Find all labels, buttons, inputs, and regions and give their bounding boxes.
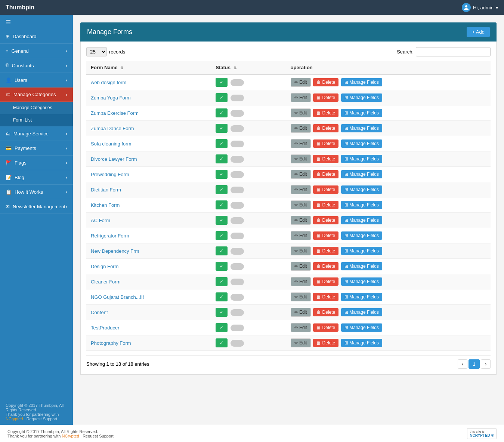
- status-badge[interactable]: ✓: [216, 231, 228, 240]
- edit-button[interactable]: ✏ Edit: [291, 338, 311, 347]
- status-toggle[interactable]: [231, 340, 244, 347]
- sidebar-item-flags[interactable]: 🚩 Flags: [0, 156, 73, 170]
- edit-button[interactable]: ✏ Edit: [291, 200, 311, 209]
- status-badge[interactable]: ✓: [216, 292, 228, 301]
- page-1-button[interactable]: 1: [469, 359, 479, 369]
- edit-button[interactable]: ✏ Edit: [291, 170, 311, 179]
- manage-fields-button[interactable]: ⊞ Manage Fields: [341, 339, 382, 347]
- delete-button[interactable]: 🗑 Delete: [313, 293, 338, 301]
- delete-button[interactable]: 🗑 Delete: [313, 185, 338, 194]
- sidebar-item-constants[interactable]: © Constants: [0, 58, 73, 73]
- status-toggle[interactable]: [231, 110, 244, 117]
- delete-button[interactable]: 🗑 Delete: [313, 109, 338, 117]
- status-badge[interactable]: ✓: [216, 262, 228, 271]
- manage-fields-button[interactable]: ⊞ Manage Fields: [341, 170, 382, 178]
- manage-fields-button[interactable]: ⊞ Manage Fields: [341, 201, 382, 209]
- sort-form-name[interactable]: ⇅: [120, 66, 123, 70]
- status-toggle[interactable]: [231, 95, 244, 101]
- edit-button[interactable]: ✏ Edit: [291, 93, 311, 102]
- footer-ncrypted-link[interactable]: NCrypted: [6, 417, 23, 421]
- manage-fields-button[interactable]: ⊞ Manage Fields: [341, 247, 382, 255]
- user-menu[interactable]: Hi, admin ▾: [462, 3, 498, 12]
- add-button[interactable]: + Add: [467, 27, 490, 37]
- status-badge[interactable]: ✓: [216, 139, 228, 148]
- edit-button[interactable]: ✏ Edit: [291, 262, 311, 271]
- status-badge[interactable]: ✓: [216, 216, 228, 225]
- search-input[interactable]: [416, 47, 491, 56]
- sort-status[interactable]: ⇅: [234, 66, 236, 70]
- delete-button[interactable]: 🗑 Delete: [313, 201, 338, 209]
- status-badge[interactable]: ✓: [216, 308, 228, 317]
- manage-fields-button[interactable]: ⊞ Manage Fields: [341, 93, 382, 102]
- prev-page-button[interactable]: ‹: [458, 359, 467, 369]
- manage-fields-button[interactable]: ⊞ Manage Fields: [341, 155, 382, 163]
- manage-fields-button[interactable]: ⊞ Manage Fields: [341, 124, 382, 132]
- footer-ncrypted-link[interactable]: NCrypted: [62, 434, 79, 438]
- sidebar-subitem-form-list[interactable]: Form List: [0, 114, 73, 126]
- status-toggle[interactable]: [231, 325, 244, 331]
- status-toggle[interactable]: [231, 79, 244, 86]
- status-badge[interactable]: ✓: [216, 277, 228, 286]
- delete-button[interactable]: 🗑 Delete: [313, 339, 338, 347]
- status-badge[interactable]: ✓: [216, 108, 228, 117]
- manage-fields-button[interactable]: ⊞ Manage Fields: [341, 308, 382, 316]
- status-badge[interactable]: ✓: [216, 124, 228, 133]
- manage-fields-button[interactable]: ⊞ Manage Fields: [341, 262, 382, 270]
- status-toggle[interactable]: [231, 125, 244, 132]
- edit-button[interactable]: ✏ Edit: [291, 78, 311, 87]
- delete-button[interactable]: 🗑 Delete: [313, 155, 338, 163]
- status-badge[interactable]: ✓: [216, 246, 228, 255]
- status-badge[interactable]: ✓: [216, 170, 228, 179]
- status-toggle[interactable]: [231, 156, 244, 163]
- status-toggle[interactable]: [231, 279, 244, 285]
- manage-fields-button[interactable]: ⊞ Manage Fields: [341, 109, 382, 117]
- sidebar-item-users[interactable]: 👤 Users: [0, 73, 73, 88]
- sidebar-item-how-it-works[interactable]: 📋 How it Works: [0, 185, 73, 199]
- edit-button[interactable]: ✏ Edit: [291, 292, 311, 301]
- sidebar-item-manage-service[interactable]: 🗂 Manage Service: [0, 126, 73, 141]
- status-badge[interactable]: ✓: [216, 154, 228, 163]
- sidebar-item-payments[interactable]: 💳 Payments: [0, 141, 73, 156]
- delete-button[interactable]: 🗑 Delete: [313, 216, 338, 224]
- edit-button[interactable]: ✏ Edit: [291, 108, 311, 117]
- delete-button[interactable]: 🗑 Delete: [313, 308, 338, 316]
- sidebar-item-dashboard[interactable]: Dashboard: [0, 30, 73, 44]
- delete-button[interactable]: 🗑 Delete: [313, 124, 338, 132]
- status-toggle[interactable]: [231, 171, 244, 178]
- records-per-page-select[interactable]: 25 50 100: [86, 47, 107, 56]
- sidebar-item-blog[interactable]: 📝 Blog: [0, 170, 73, 185]
- edit-button[interactable]: ✏ Edit: [291, 277, 311, 286]
- edit-button[interactable]: ✏ Edit: [291, 124, 311, 133]
- manage-fields-button[interactable]: ⊞ Manage Fields: [341, 185, 382, 194]
- status-badge[interactable]: ✓: [216, 93, 228, 102]
- status-badge[interactable]: ✓: [216, 200, 228, 209]
- edit-button[interactable]: ✏ Edit: [291, 231, 311, 240]
- edit-button[interactable]: ✏ Edit: [291, 323, 311, 332]
- status-toggle[interactable]: [231, 141, 244, 147]
- status-badge[interactable]: ✓: [216, 78, 228, 87]
- status-badge[interactable]: ✓: [216, 338, 228, 347]
- sidebar-item-newsletter[interactable]: ✉ Newsletter Management: [0, 199, 73, 214]
- manage-fields-button[interactable]: ⊞ Manage Fields: [341, 231, 382, 240]
- manage-fields-button[interactable]: ⊞ Manage Fields: [341, 323, 382, 332]
- status-toggle[interactable]: [231, 202, 244, 209]
- delete-button[interactable]: 🗑 Delete: [313, 277, 338, 286]
- manage-fields-button[interactable]: ⊞ Manage Fields: [341, 139, 382, 148]
- status-badge[interactable]: ✓: [216, 323, 228, 332]
- delete-button[interactable]: 🗑 Delete: [313, 78, 338, 86]
- manage-fields-button[interactable]: ⊞ Manage Fields: [341, 216, 382, 224]
- edit-button[interactable]: ✏ Edit: [291, 154, 311, 163]
- edit-button[interactable]: ✏ Edit: [291, 308, 311, 317]
- manage-fields-button[interactable]: ⊞ Manage Fields: [341, 293, 382, 301]
- sidebar-item-general[interactable]: General: [0, 44, 73, 58]
- sidebar-item-manage-categories[interactable]: 🏷 Manage Categories ‹: [0, 88, 73, 102]
- status-badge[interactable]: ✓: [216, 185, 228, 194]
- status-toggle[interactable]: [231, 294, 244, 301]
- delete-button[interactable]: 🗑 Delete: [313, 323, 338, 332]
- delete-button[interactable]: 🗑 Delete: [313, 262, 338, 270]
- edit-button[interactable]: ✏ Edit: [291, 246, 311, 255]
- delete-button[interactable]: 🗑 Delete: [313, 170, 338, 178]
- manage-fields-button[interactable]: ⊞ Manage Fields: [341, 78, 382, 86]
- delete-button[interactable]: 🗑 Delete: [313, 247, 338, 255]
- status-toggle[interactable]: [231, 248, 244, 255]
